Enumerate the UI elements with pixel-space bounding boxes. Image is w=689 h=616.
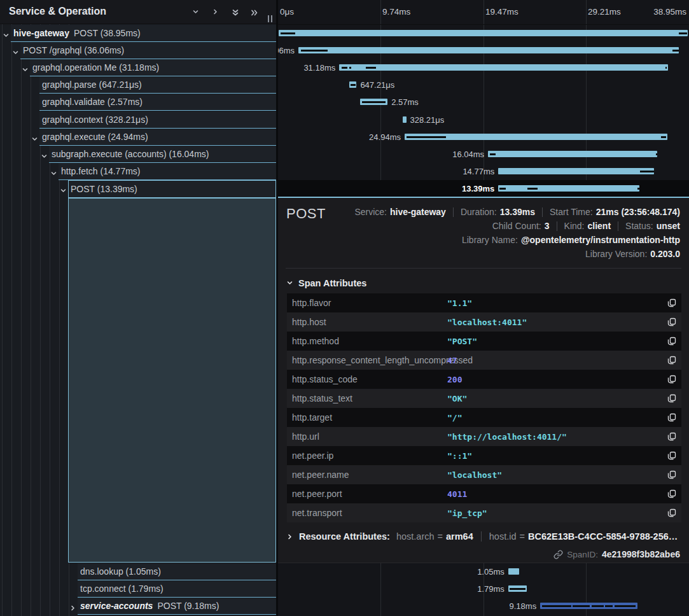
resource-separator <box>481 531 482 542</box>
span-tree-row[interactable]: graphql.parse (647.21μs) <box>39 76 276 94</box>
span-tree-row[interactable]: hive-gatewayPOST (38.95ms) <box>11 25 276 42</box>
overview-divider <box>286 268 681 269</box>
span-tree-row[interactable]: dns.lookup (1.05ms) <box>78 563 276 580</box>
span-bar[interactable] <box>498 185 639 192</box>
copy-icon[interactable] <box>667 318 676 326</box>
chevron-down-icon[interactable] <box>3 30 10 37</box>
span-tree-row[interactable]: POST (13.39ms) <box>68 180 276 197</box>
timeline-row[interactable]: 647.21μs <box>278 76 689 94</box>
copy-icon[interactable] <box>667 508 676 517</box>
child-span-marker <box>672 50 679 52</box>
span-bar[interactable] <box>298 47 679 53</box>
span-tree-row[interactable]: http.fetch (14.77ms) <box>59 163 276 180</box>
span-tree-row[interactable]: subgraph.execute (accounts) (16.04ms) <box>49 146 276 163</box>
collapse-all-icon[interactable] <box>231 8 241 17</box>
overview-line: Child Count:3Kind:clientStatus:unset <box>492 221 680 231</box>
child-span-marker <box>679 32 686 34</box>
span-tree-row[interactable]: graphql.validate (2.57ms) <box>39 94 276 111</box>
copy-icon[interactable] <box>667 432 676 441</box>
chevron-down-icon <box>286 278 293 288</box>
span-title: POST <box>286 206 326 222</box>
span-id-value: 4e21998f3b82abe6 <box>602 549 680 559</box>
copy-icon[interactable] <box>667 470 676 479</box>
timeline-rows-bottom: 1.05ms1.79ms9.18ms <box>278 563 689 616</box>
copy-icon[interactable] <box>667 451 676 460</box>
copy-icon[interactable] <box>667 489 676 498</box>
child-span-marker <box>615 605 636 607</box>
timeline-row[interactable]: 14.77ms <box>278 163 689 180</box>
attribute-key: http.method <box>287 336 447 346</box>
span-tree-row[interactable]: graphql.context (328.21μs) <box>39 111 276 129</box>
copy-icon[interactable] <box>667 298 676 307</box>
attribute-value: "localhost" <box>447 470 502 480</box>
collapse-one-icon[interactable] <box>192 8 202 17</box>
span-bar[interactable] <box>508 568 519 575</box>
span-duration-label: 14.77ms <box>463 167 494 176</box>
overview-value: hive-gateway <box>390 207 446 217</box>
operation-name: graphql.context (328.21μs) <box>42 115 148 125</box>
span-duration-label: 647.21μs <box>360 80 394 90</box>
overview-label: Kind: <box>564 221 585 231</box>
overview-label: Start Time: <box>550 207 593 217</box>
timeline-header-divider <box>278 24 689 25</box>
span-bar[interactable] <box>498 168 654 174</box>
attribute-key: http.status_text <box>287 393 447 403</box>
span-bar[interactable] <box>339 64 668 71</box>
span-tree-row[interactable]: graphql.execute (24.94ms) <box>39 129 276 146</box>
chevron-down-icon[interactable] <box>60 185 67 192</box>
timeline-row[interactable]: 13.39ms <box>278 180 689 197</box>
span-attributes-toggle[interactable]: Span Attributes <box>286 278 366 288</box>
copy-icon[interactable] <box>667 356 676 365</box>
chevron-right-icon <box>286 533 293 540</box>
timeline-row[interactable]: 9.18ms <box>278 598 689 615</box>
timeline-row[interactable]: 31.18ms <box>278 59 689 76</box>
expand-all-icon[interactable] <box>250 8 260 17</box>
copy-icon[interactable] <box>667 337 676 346</box>
chevron-down-icon[interactable] <box>12 47 19 54</box>
timeline-row[interactable]: 24.94ms <box>278 129 689 146</box>
copy-icon[interactable] <box>667 413 676 422</box>
timeline-row[interactable]: 328.21μs <box>278 111 689 129</box>
overview-label: Status: <box>625 221 653 231</box>
chevron-down-icon[interactable] <box>41 151 48 158</box>
span-tree-row[interactable]: graphql.operation Me (31.18ms) <box>30 59 276 76</box>
attribute-key: http.flavor <box>287 298 447 308</box>
resource-equals: = <box>438 531 443 542</box>
expand-one-icon[interactable] <box>212 8 222 17</box>
link-icon[interactable] <box>553 550 563 559</box>
child-span-marker <box>349 67 351 69</box>
timeline-row[interactable] <box>278 25 689 42</box>
overview-line: Library Name:@opentelemetry/instrumentat… <box>462 235 680 245</box>
chevron-down-icon[interactable] <box>50 168 57 175</box>
span-tree-row[interactable]: service-accountsPOST (9.18ms) <box>78 598 276 615</box>
span-overview: Service:hive-gatewayDuration:13.39msStar… <box>354 207 680 259</box>
span-tree-row[interactable]: POST /graphql (36.06ms) <box>20 42 276 59</box>
child-span-marker <box>499 188 506 190</box>
overview-separator <box>542 207 543 217</box>
timeline-row[interactable]: 2.57ms <box>278 94 689 111</box>
span-duration-label: 328.21μs <box>410 115 445 125</box>
attribute-value: "::1" <box>447 451 472 461</box>
span-attributes-title: Span Attributes <box>298 278 366 288</box>
resource-attributes-row[interactable]: Resource Attributes:host.arch=arm64host.… <box>286 531 678 542</box>
span-id-row: SpanID: 4e21998f3b82abe6 <box>553 549 680 559</box>
span-bar[interactable] <box>403 116 407 123</box>
span-bar[interactable] <box>279 30 688 36</box>
attribute-row: http.url"http://localhost:4011/" <box>287 427 681 446</box>
span-detail-panel: POST Service:hive-gatewayDuration:13.39m… <box>278 197 689 563</box>
timeline-row[interactable]: 1.79ms <box>278 580 689 598</box>
timeline-tick-label: 19.47ms <box>485 7 518 17</box>
panel-resize-grip[interactable] <box>268 15 273 22</box>
span-tree-panel: hive-gatewayPOST (38.95ms)POST /graphql … <box>0 0 276 616</box>
chevron-down-icon[interactable] <box>31 134 38 141</box>
span-bar[interactable] <box>488 151 657 157</box>
chevron-down-icon[interactable] <box>22 64 29 71</box>
span-tree-row[interactable]: tcp.connect (1.79ms) <box>78 580 276 598</box>
chevron-right-icon[interactable] <box>69 603 76 610</box>
timeline-row[interactable]: 16.04ms <box>278 146 689 163</box>
copy-icon[interactable] <box>667 394 676 403</box>
copy-icon[interactable] <box>667 375 676 384</box>
child-span-marker <box>281 32 295 34</box>
timeline-row[interactable]: 36.06ms <box>278 42 689 59</box>
timeline-row[interactable]: 1.05ms <box>278 563 689 580</box>
